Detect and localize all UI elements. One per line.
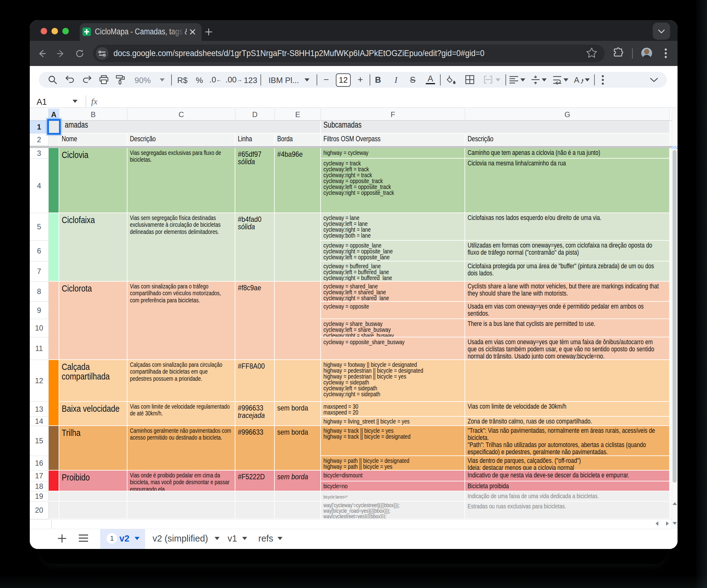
- svg-text:A: A: [574, 75, 579, 84]
